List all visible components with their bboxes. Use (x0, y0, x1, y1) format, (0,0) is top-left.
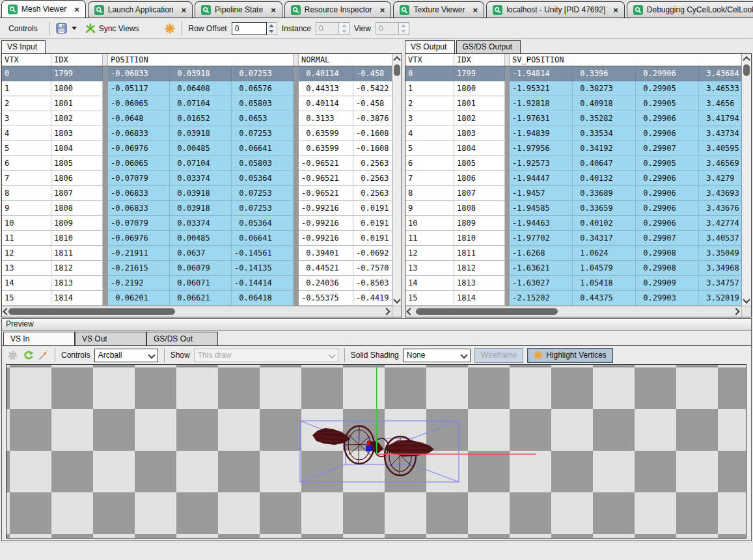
scroll-right-icon[interactable] (383, 308, 390, 315)
cell-vtx[interactable]: 8 (405, 186, 454, 201)
cell-position-y[interactable]: 0.06408 (170, 81, 232, 96)
cell-sv-position-x[interactable]: -1.95321 (510, 81, 573, 96)
cell-idx[interactable]: 1814 (454, 291, 505, 306)
cell-normal-x[interactable]: -0.96521 (299, 171, 353, 186)
cell-normal-y[interactable]: 0.2563 (353, 156, 392, 171)
cell-position-z[interactable]: 0.07253 (232, 186, 294, 201)
cell-sv-position-y[interactable]: 1.05418 (573, 276, 636, 291)
row-offset-arrows[interactable] (267, 22, 277, 35)
cell-sv-position-w[interactable]: 3.43676 (699, 201, 742, 216)
window-tab[interactable]: Pipeline State× (195, 1, 282, 18)
cell-idx[interactable]: 1813 (454, 276, 505, 291)
cell-vtx[interactable]: 14 (2, 276, 51, 291)
cell-position-y[interactable]: 0.06079 (170, 261, 232, 276)
table-row[interactable]: 01799-0.06833 0.03918 0.07253 0.40114-0.… (2, 66, 392, 81)
cell-sv-position-y[interactable]: 0.40918 (573, 96, 636, 111)
cell-normal-x[interactable]: 0.40114 (299, 96, 353, 111)
cell-position-y[interactable]: 0.0637 (170, 246, 232, 261)
table-row[interactable]: 01799-1.94814 0.3396 0.29906 3.43684 (405, 66, 742, 81)
cell-vtx[interactable]: 3 (2, 111, 51, 126)
cell-sv-position-z[interactable]: 0.29908 (636, 261, 699, 276)
controls-menu-button[interactable]: Controls (4, 21, 42, 36)
cell-sv-position-z[interactable]: 0.29906 (636, 171, 699, 186)
cell-position-x[interactable]: -0.06833 (108, 126, 170, 141)
cell-position-z[interactable]: 0.05803 (232, 96, 294, 111)
vertical-scroll-thumb[interactable] (394, 64, 400, 76)
cell-normal-x[interactable]: 0.63599 (299, 126, 353, 141)
cell-sv-position-y[interactable]: 0.3396 (573, 66, 636, 81)
cell-idx[interactable]: 1802 (51, 111, 103, 126)
cell-sv-position-w[interactable]: 3.40537 (699, 231, 742, 246)
cell-vtx[interactable]: 11 (2, 231, 51, 246)
cell-idx[interactable]: 1809 (454, 216, 505, 231)
row-offset-stepper[interactable]: 0 (232, 22, 277, 35)
table-row[interactable]: 51804-0.06976 0.00485 0.06641 0.63599-0.… (2, 141, 392, 156)
column-header-vtx[interactable]: VTX (405, 54, 454, 66)
table-row[interactable]: 31802-0.0648 0.01652 0.0653 0.3133-0.387… (2, 111, 392, 126)
cell-vtx[interactable]: 7 (2, 171, 51, 186)
table-row[interactable]: 61805-1.92573 0.40647 0.29905 3.46569 (405, 156, 742, 171)
tab-close-icon[interactable]: × (271, 5, 276, 15)
cell-position-y[interactable]: 0.01652 (170, 111, 232, 126)
cell-sv-position-z[interactable]: 0.29906 (636, 201, 699, 216)
cell-position-y[interactable]: 0.00485 (170, 141, 232, 156)
cell-vtx[interactable]: 5 (405, 141, 454, 156)
table-row[interactable]: 21801-1.92818 0.40918 0.29905 3.4656 (405, 96, 742, 111)
save-dropdown-button[interactable] (72, 27, 77, 30)
cell-normal-y[interactable]: -0.1608 (353, 126, 392, 141)
cell-position-x[interactable]: -0.07079 (108, 216, 170, 231)
reset-camera-button[interactable] (22, 350, 34, 361)
cell-vtx[interactable]: 7 (405, 171, 454, 186)
cell-position-x[interactable]: 0.06201 (108, 291, 170, 306)
sync-views-button[interactable]: Sync Views (85, 23, 139, 34)
tab-vs-input[interactable]: VS Input (1, 40, 46, 53)
vs-output-vertical-scrollbar[interactable] (741, 54, 751, 306)
cell-position-y[interactable]: 0.06071 (170, 276, 232, 291)
cell-sv-position-w[interactable]: 3.4279 (699, 171, 742, 186)
cell-vtx[interactable]: 6 (405, 156, 454, 171)
tab-close-icon[interactable]: × (74, 5, 79, 14)
cell-position-y[interactable]: 0.03374 (170, 171, 232, 186)
window-tab[interactable]: Resource Inspector× (284, 1, 392, 18)
cell-vtx[interactable]: 4 (2, 126, 51, 141)
cell-idx[interactable]: 1804 (454, 141, 505, 156)
cell-sv-position-z[interactable]: 0.29906 (636, 186, 699, 201)
table-row[interactable]: 131812-0.21615 0.06079-0.14135 0.44521-0… (2, 261, 392, 276)
cell-position-z[interactable]: -0.14135 (232, 261, 294, 276)
cell-sv-position-y[interactable]: 1.04579 (573, 261, 636, 276)
cell-position-x[interactable]: -0.2192 (108, 276, 170, 291)
cell-vtx[interactable]: 1 (405, 81, 454, 96)
cell-vtx[interactable]: 6 (2, 156, 51, 171)
table-row[interactable]: 131812-1.63621 1.04579 0.29908 3.34968 (405, 261, 742, 276)
cell-sv-position-y[interactable]: 0.44375 (573, 291, 636, 306)
window-tab[interactable]: Texture Viewer× (393, 1, 484, 18)
cell-sv-position-x[interactable]: -1.92818 (510, 96, 573, 111)
cell-sv-position-y[interactable]: 0.35282 (573, 111, 636, 126)
cell-sv-position-z[interactable]: 0.29906 (636, 126, 699, 141)
cell-normal-y[interactable]: 0.0191 (353, 201, 392, 216)
vertex-picker-button[interactable] (38, 350, 49, 361)
cell-position-z[interactable]: 0.06418 (232, 291, 294, 306)
cell-position-z[interactable]: 0.06641 (232, 141, 294, 156)
cell-sv-position-x[interactable]: -2.15202 (510, 291, 573, 306)
cell-position-z[interactable]: -0.14414 (232, 276, 294, 291)
table-row[interactable]: 71806-1.94447 0.40132 0.29906 3.4279 (405, 171, 742, 186)
table-row[interactable]: 151814 0.06201 0.06621 0.06418-0.55375-0… (2, 291, 392, 306)
cell-vtx[interactable]: 13 (405, 261, 454, 276)
cell-position-y[interactable]: 0.00485 (170, 231, 232, 246)
cell-position-x[interactable]: -0.06976 (108, 141, 170, 156)
table-row[interactable]: 81807-1.9457 0.33689 0.29906 3.43693 (405, 186, 742, 201)
cell-sv-position-x[interactable]: -1.63621 (510, 261, 573, 276)
table-row[interactable]: 41803-1.94839 0.33534 0.29906 3.43734 (405, 126, 742, 141)
cell-idx[interactable]: 1804 (51, 141, 103, 156)
cell-position-x[interactable]: -0.05117 (108, 81, 170, 96)
cell-sv-position-w[interactable]: 3.41794 (699, 111, 742, 126)
cell-idx[interactable]: 1800 (51, 81, 103, 96)
cell-idx[interactable]: 1808 (454, 201, 505, 216)
window-tab[interactable]: localhost - Unity [PID 47692]× (486, 1, 625, 18)
cell-vtx[interactable]: 8 (2, 186, 51, 201)
table-row[interactable]: 101809-1.94463 0.40102 0.29906 3.42774 (405, 216, 742, 231)
solid-shading-select[interactable]: None (403, 349, 471, 362)
cell-normal-x[interactable]: -0.55375 (299, 291, 353, 306)
cell-normal-y[interactable]: -0.5422 (353, 81, 392, 96)
